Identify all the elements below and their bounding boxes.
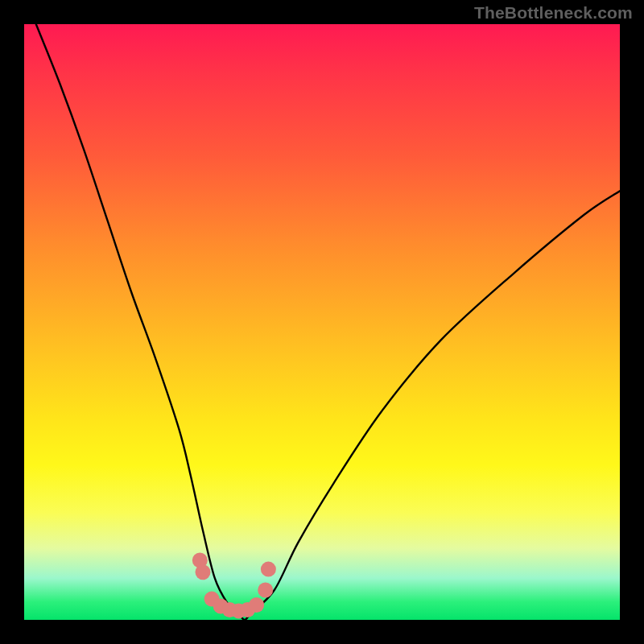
- marker-dot: [258, 583, 273, 598]
- attribution-text: TheBottleneck.com: [474, 3, 633, 23]
- marker-dot: [261, 562, 276, 577]
- figure-root: TheBottleneck.com: [0, 0, 644, 644]
- chart-svg: [24, 24, 620, 620]
- bottleneck-curve: [36, 24, 620, 620]
- marker-dot: [196, 564, 211, 580]
- marker-dot: [249, 597, 264, 613]
- plot-area: [24, 24, 620, 620]
- highlight-markers: [192, 553, 276, 619]
